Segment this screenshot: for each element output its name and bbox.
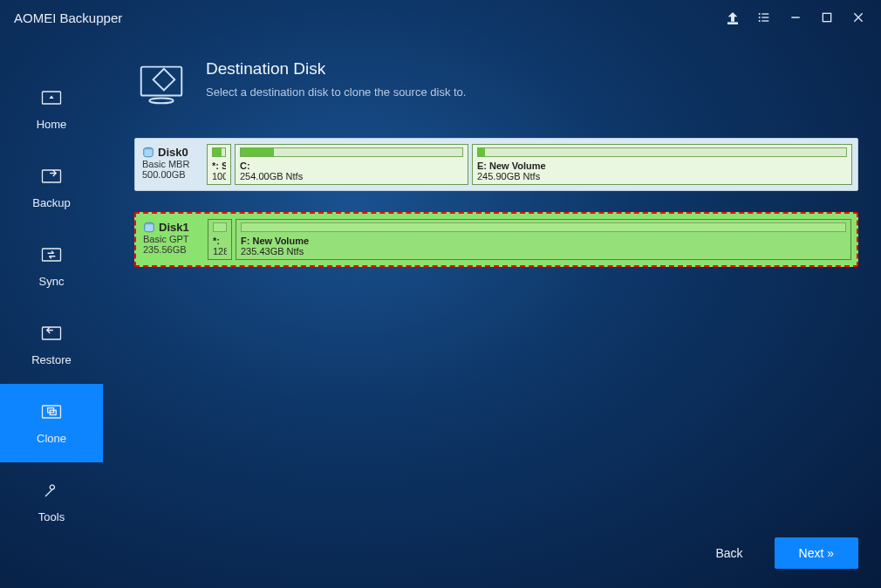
partition[interactable]: C:254.00GB Ntfs (235, 144, 468, 185)
tools-icon (39, 481, 64, 500)
disk-row[interactable]: Disk1Basic GPT235.56GB*:128.F: New Volum… (134, 212, 858, 267)
partition-size: 254.00GB Ntfs (240, 171, 463, 181)
disk-icon (143, 222, 155, 234)
minimize-button[interactable] (780, 0, 811, 35)
partition-label: F: New Volume (241, 236, 846, 246)
partition-size: 128. (213, 246, 227, 256)
maximize-button[interactable] (811, 0, 843, 35)
footer: Back Next » (703, 537, 858, 569)
partition-size: 100. (212, 171, 226, 181)
sidebar-item-restore[interactable]: Restore (0, 305, 103, 384)
sidebar-item-backup[interactable]: Backup (0, 148, 103, 227)
sidebar-item-clone[interactable]: Clone (0, 384, 103, 462)
home-icon (39, 88, 64, 107)
svg-rect-12 (43, 170, 61, 182)
sidebar-item-label: Sync (39, 275, 65, 288)
partition-size: 245.90GB Ntfs (477, 171, 847, 181)
partition-usage-bar (213, 222, 227, 232)
sidebar-item-label: Backup (32, 196, 70, 209)
page-header: Destination Disk Select a destination di… (134, 59, 858, 112)
svg-rect-8 (823, 13, 830, 21)
svg-point-3 (759, 17, 761, 18)
svg-point-20 (149, 98, 173, 103)
partition-label: *: S (212, 161, 226, 171)
sync-icon (39, 245, 64, 264)
clone-icon (39, 402, 64, 421)
partition-label: *: (213, 236, 227, 246)
partition-label: C: (240, 161, 463, 171)
page-title: Destination Disk (206, 59, 466, 79)
partition-usage-bar (212, 147, 226, 157)
disk-size: 500.00GB (142, 169, 201, 180)
disk-row[interactable]: Disk0Basic MBR500.00GB*: S100.C:254.00GB… (134, 138, 858, 191)
titlebar: AOMEI Backupper (0, 0, 881, 35)
next-button-label: Next » (799, 546, 834, 560)
partition-size: 235.43GB Ntfs (241, 246, 846, 256)
partition[interactable]: *: S100. (207, 144, 231, 185)
content-area: Destination Disk Select a destination di… (103, 35, 881, 588)
partition-usage-bar (240, 147, 463, 157)
upgrade-icon[interactable] (717, 0, 748, 35)
disk-type: Basic GPT (143, 234, 202, 244)
app-title: AOMEI Backupper (14, 10, 122, 25)
close-button[interactable] (843, 0, 874, 35)
restore-icon (39, 324, 64, 343)
sidebar-item-home[interactable]: Home (0, 70, 103, 148)
svg-rect-14 (43, 327, 61, 339)
sidebar-item-label: Restore (31, 353, 72, 366)
svg-rect-0 (728, 23, 738, 24)
disk-size: 235.56GB (143, 244, 202, 255)
backup-icon (39, 167, 64, 186)
next-button[interactable]: Next » (775, 537, 858, 569)
disk-type: Basic MBR (142, 159, 201, 169)
sidebar-item-tools[interactable]: Tools (0, 462, 103, 541)
partition[interactable]: F: New Volume235.43GB Ntfs (236, 219, 851, 260)
menu-list-icon[interactable] (748, 0, 780, 35)
sidebar-item-label: Tools (38, 510, 65, 523)
svg-point-1 (759, 13, 761, 15)
disk-icon (142, 147, 154, 159)
sidebar-item-label: Clone (37, 432, 66, 445)
disk-list: Disk0Basic MBR500.00GB*: S100.C:254.00GB… (134, 138, 858, 267)
back-button[interactable]: Back (703, 537, 755, 569)
partition[interactable]: *:128. (208, 219, 232, 260)
svg-rect-2 (761, 13, 768, 14)
sidebar: Home Backup Sync Restore Clone Tools (0, 35, 103, 588)
sidebar-item-sync[interactable]: Sync (0, 227, 103, 305)
disk-meta: Disk0Basic MBR500.00GB (140, 144, 203, 185)
partition-label: E: New Volume (477, 161, 847, 171)
svg-rect-4 (761, 17, 768, 17)
partition[interactable]: E: New Volume245.90GB Ntfs (472, 144, 852, 185)
svg-rect-6 (761, 20, 768, 21)
disk-meta: Disk1Basic GPT235.56GB (141, 219, 204, 260)
page-subtitle: Select a destination disk to clone the s… (206, 85, 466, 99)
partition-usage-bar (241, 222, 846, 232)
svg-rect-13 (43, 249, 61, 261)
partition-usage-bar (477, 147, 847, 157)
svg-rect-19 (154, 69, 175, 91)
destination-disk-icon (134, 59, 188, 112)
disk-name: Disk1 (143, 221, 202, 234)
sidebar-item-label: Home (37, 118, 67, 131)
disk-name: Disk0 (142, 146, 201, 159)
svg-point-5 (759, 20, 761, 22)
